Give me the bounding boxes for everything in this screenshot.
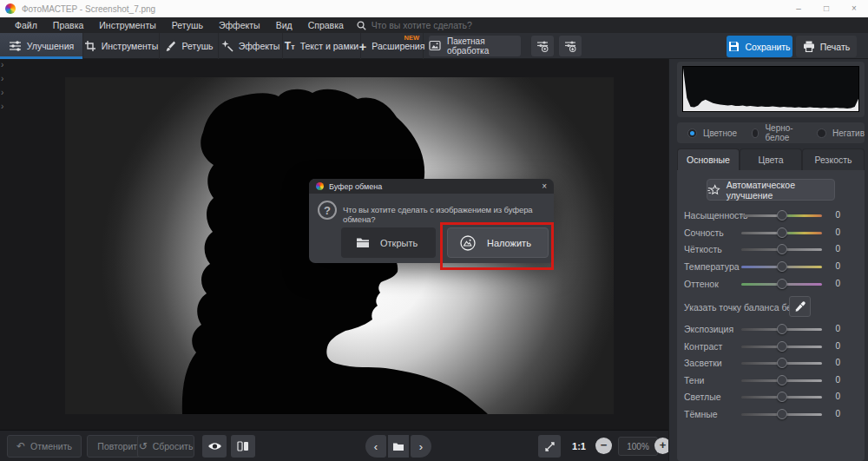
slider-track[interactable] bbox=[741, 362, 822, 365]
zoom-out-button[interactable]: − bbox=[595, 438, 612, 454]
slider-knob[interactable] bbox=[777, 244, 787, 254]
menu-item-Правка[interactable]: Правка bbox=[45, 17, 91, 33]
left-panel-chevrons[interactable]: ›››› bbox=[1, 61, 3, 111]
slider-knob[interactable] bbox=[777, 392, 787, 402]
tab-Расширения[interactable]: +РасширенияNEW bbox=[361, 33, 424, 59]
dialog-title: Буфер обмена bbox=[329, 182, 382, 191]
menu-item-Ретушь[interactable]: Ретушь bbox=[164, 17, 211, 33]
slider-track[interactable] bbox=[741, 346, 822, 348]
open-folder-icon bbox=[356, 237, 370, 248]
undo-button[interactable]: ↶ Отменить bbox=[7, 435, 82, 458]
window-controls: – □ × bbox=[785, 0, 868, 17]
show-original-button[interactable] bbox=[202, 435, 227, 458]
tab-Улучшения[interactable]: Улучшения bbox=[0, 33, 83, 59]
menu-item-Файл[interactable]: Файл bbox=[7, 17, 45, 33]
menu-search[interactable]: Что вы хотите сделать? bbox=[357, 20, 472, 30]
slider-knob[interactable] bbox=[777, 358, 787, 368]
slider-knob[interactable] bbox=[777, 341, 787, 352]
slider-track[interactable] bbox=[741, 248, 822, 251]
dialog-message: Что вы хотите сделать с изображением из … bbox=[343, 205, 549, 224]
left-chevron-3: › bbox=[1, 102, 3, 111]
slider-knob[interactable] bbox=[777, 261, 787, 272]
fit-screen-icon bbox=[544, 441, 556, 452]
color-mode-group: ЦветноеЧерно-белоеНегатив bbox=[677, 122, 865, 143]
slider-value: 0 bbox=[835, 210, 840, 220]
slider-value: 0 bbox=[835, 341, 840, 351]
save-button[interactable]: Сохранить bbox=[727, 36, 792, 57]
slider-track[interactable] bbox=[741, 283, 822, 286]
reset-button[interactable]: ↺ Сбросить bbox=[137, 435, 194, 458]
panel-tab-Резкость[interactable]: Резкость bbox=[802, 148, 865, 170]
reset-label: Сбросить bbox=[153, 441, 194, 451]
slider-value: 0 bbox=[835, 375, 840, 385]
slider-knob[interactable] bbox=[777, 324, 787, 334]
mode-label: Цветное bbox=[703, 128, 737, 138]
minimize-button[interactable]: – bbox=[785, 0, 812, 17]
print-label: Печать bbox=[820, 42, 850, 52]
slider-track[interactable] bbox=[741, 214, 822, 217]
undo-icon: ↶ bbox=[16, 440, 25, 452]
slider-track[interactable] bbox=[741, 328, 822, 331]
next-photo-button[interactable]: › bbox=[411, 435, 431, 458]
slider-knob[interactable] bbox=[777, 409, 787, 419]
panel-tab-Цвета[interactable]: Цвета bbox=[740, 148, 802, 170]
batch-processing-button[interactable]: Пакетная обработка bbox=[429, 36, 521, 56]
auto-enhance-star-icon bbox=[707, 184, 720, 196]
menu-item-Инструменты[interactable]: Инструменты bbox=[91, 17, 163, 33]
new-badge: NEW bbox=[404, 34, 420, 42]
slider-knob[interactable] bbox=[777, 279, 787, 289]
toolbar-tabs: УлучшенияИнструментыРетушьЭффектыTтТекст… bbox=[0, 33, 424, 59]
slider-knob[interactable] bbox=[777, 210, 787, 221]
tab-Эффекты[interactable]: Эффекты bbox=[219, 33, 283, 59]
panel-tab-Основные[interactable]: Основные bbox=[677, 148, 740, 170]
export-preset-button[interactable] bbox=[559, 36, 582, 56]
tab-Текст и рамки[interactable]: TтТекст и рамки bbox=[283, 33, 361, 59]
close-button[interactable]: × bbox=[840, 0, 868, 17]
slider-Температура: Температура0 bbox=[677, 258, 865, 275]
tab-Ретушь[interactable]: Ретушь bbox=[160, 33, 219, 59]
dialog-open-button[interactable]: Открыть bbox=[341, 227, 436, 258]
slider-track[interactable] bbox=[741, 266, 822, 268]
mode-label: Негатив bbox=[832, 128, 865, 138]
slider-track[interactable] bbox=[741, 379, 822, 382]
slider-knob[interactable] bbox=[777, 227, 787, 238]
menu-item-Вид[interactable]: Вид bbox=[268, 17, 300, 33]
menu-item-Справка[interactable]: Справка bbox=[300, 17, 352, 33]
mode-radio-Цветное[interactable]: Цветное bbox=[687, 128, 737, 138]
slider-Экспозиция: Экспозиция0 bbox=[677, 320, 865, 338]
mode-radio-Черно-белое[interactable]: Черно-белое bbox=[752, 123, 802, 142]
slider-Тёмные: Тёмные0 bbox=[677, 405, 865, 423]
before-after-compare-button[interactable] bbox=[231, 435, 255, 458]
slider-value: 0 bbox=[835, 261, 840, 271]
slider-Чёткость: Чёткость0 bbox=[677, 240, 865, 258]
slider-knob[interactable] bbox=[777, 375, 787, 385]
zoom-1to1-button[interactable]: 1:1 bbox=[566, 435, 592, 458]
slider-Засветки: Засветки0 bbox=[677, 354, 865, 372]
radio-dot-icon bbox=[752, 128, 759, 138]
dialog-titlebar: Буфер обмена × bbox=[309, 179, 554, 194]
fit-to-screen-button[interactable] bbox=[538, 435, 561, 458]
tab-label: Текст и рамки bbox=[300, 41, 359, 51]
tab-Инструменты[interactable]: Инструменты bbox=[83, 33, 160, 59]
white-balance-eyedropper-button[interactable] bbox=[789, 296, 811, 317]
maximize-button[interactable]: □ bbox=[812, 0, 840, 17]
auto-enhance-button[interactable]: Автоматическое улучшение bbox=[707, 179, 835, 201]
slider-track[interactable] bbox=[741, 396, 822, 398]
dialog-close-button[interactable]: × bbox=[535, 179, 554, 194]
adjustments-panel: ЦветноеЧерно-белоеНегатив ОсновныеЦветаР… bbox=[668, 59, 868, 461]
prev-photo-button[interactable]: ‹ bbox=[365, 435, 386, 458]
batch-image-icon bbox=[429, 40, 441, 53]
crop-icon bbox=[84, 40, 96, 52]
print-button[interactable]: Печать bbox=[796, 36, 857, 57]
tab-label: Расширения bbox=[372, 41, 424, 51]
slider-track[interactable] bbox=[741, 413, 822, 416]
mode-radio-Негатив[interactable]: Негатив bbox=[817, 128, 865, 138]
menu-item-Эффекты[interactable]: Эффекты bbox=[211, 17, 268, 33]
slider-Тени: Тени0 bbox=[677, 372, 865, 389]
slider-label: Температура bbox=[684, 261, 740, 272]
mode-label: Черно-белое bbox=[765, 123, 802, 142]
slider-track[interactable] bbox=[741, 232, 822, 234]
slider-Оттенок: Оттенок0 bbox=[677, 275, 865, 293]
open-folder-button[interactable] bbox=[388, 435, 409, 458]
add-preset-button[interactable] bbox=[531, 36, 554, 56]
